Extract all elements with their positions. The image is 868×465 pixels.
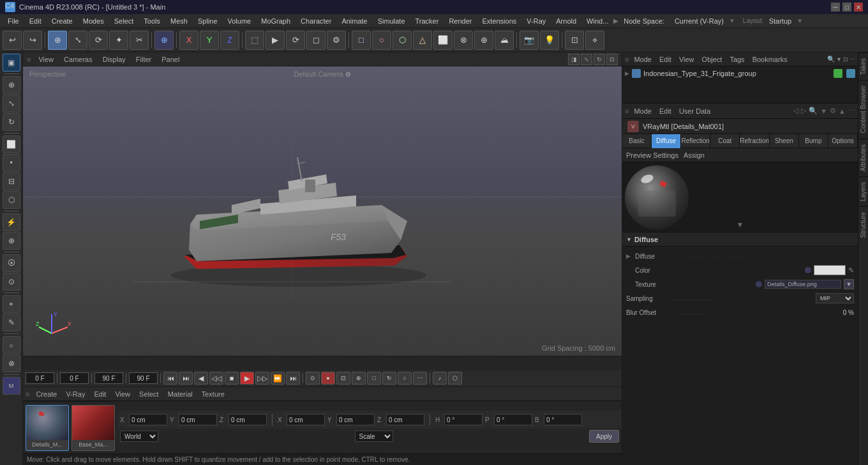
om-filter-icon[interactable]: ▼ [836,56,842,63]
plane-button[interactable]: ⬜ [433,31,453,50]
light-tb-button[interactable]: 💡 [540,31,559,50]
maximize-button[interactable]: □ [842,3,851,11]
close-button[interactable]: ✕ [854,3,863,11]
attr-settings-icon[interactable]: ⚙ [830,107,836,115]
om-menu-icon[interactable]: ≡ [625,56,629,63]
vh-filter-button[interactable]: Filter [133,55,154,64]
om-item-frigate[interactable]: ▶ Indonesian_Type_31_Frigate_group [625,68,855,79]
transport-btn3[interactable]: ⊡ [336,372,350,385]
menu-mesh[interactable]: Mesh [165,16,193,26]
transport-btn5[interactable]: □ [367,372,381,385]
side-tab-takes[interactable]: Takes [858,52,868,80]
transport-btn7[interactable]: ○ [398,372,412,385]
prev-frame-button[interactable]: ◀ [194,372,208,385]
texture-browse-btn[interactable]: ▼ [844,279,854,289]
side-tab-layers[interactable]: Layers [858,176,868,206]
menu-vray[interactable]: V-Ray [521,16,551,26]
settings-tb-button[interactable]: ⚙ [327,31,346,50]
menu-create[interactable]: Create [47,16,78,26]
attr-userdata-btn[interactable]: User Data [677,107,714,116]
current-renderer[interactable]: Current (V-Ray) [670,16,729,26]
menu-character[interactable]: Character [296,16,336,26]
measure-lt-button[interactable]: ⌖ [3,295,20,313]
cube-button[interactable]: □ [352,31,371,50]
menu-modes[interactable]: Modes [78,16,109,26]
menu-edit[interactable]: Edit [24,16,47,26]
om-visibility-dot[interactable] [834,69,842,78]
coord-sx-input[interactable] [287,414,325,425]
layout-value[interactable]: Startup [764,16,797,26]
object-lt-button[interactable]: ⬜ [3,135,20,153]
mat-view-btn[interactable]: View [112,390,133,399]
smooth-lt-button[interactable]: ⊗ [3,354,20,372]
mat-tab-bump[interactable]: Bump [799,134,828,148]
layout-dropdown-icon[interactable]: ▼ [797,17,803,24]
coord-sz-input[interactable] [386,414,424,425]
z-axis-button[interactable]: Z [220,31,239,50]
mat-select-btn[interactable]: Select [137,390,161,399]
scale-tool-button[interactable]: ⤡ [68,31,87,50]
coord-sy-input[interactable] [336,414,375,425]
mat-tab-reflection[interactable]: Reflection [681,134,710,148]
om-nav-icon[interactable]: ⊡ [843,56,848,63]
mat-create-btn[interactable]: Create [33,390,59,399]
goto-end-button[interactable]: ⏭ [286,372,300,385]
timeline-ruler[interactable] [23,356,622,370]
minimize-button[interactable]: ─ [831,3,840,11]
menu-mograph[interactable]: MoGraph [256,16,296,26]
bake-lt-button[interactable]: ⬦ [3,336,20,354]
knife-lt-button[interactable]: ⚡ [3,213,20,231]
transport-btn2[interactable]: ● [321,372,335,385]
coord-z-input[interactable] [228,414,267,425]
redo-button[interactable]: ↪ [23,31,42,50]
x-axis-button[interactable]: X [179,31,198,50]
annotation-lt-button[interactable]: ✎ [3,314,20,332]
attr-mode-btn[interactable]: Mode [631,107,654,116]
rotate-tool-button[interactable]: ⟳ [89,31,108,50]
viewport-mode-btn4[interactable]: ⊡ [606,54,618,65]
play-button[interactable]: ▶ [240,372,254,385]
transport-btn1[interactable]: ⊙ [306,372,320,385]
frame-end-input[interactable] [94,372,123,384]
vh-cameras-button[interactable]: Cameras [61,55,95,64]
cone-button[interactable]: △ [413,31,432,50]
color-edit-icon[interactable]: ✎ [848,266,854,275]
audio-btn[interactable]: ♪ [433,372,447,385]
menu-spline[interactable]: Spline [193,16,223,26]
preview-settings-label[interactable]: Preview Settings [626,151,678,159]
render-tb-button[interactable]: ◻ [306,31,326,50]
mat-tab-refraction[interactable]: Refraction [740,134,770,148]
mat-material-btn[interactable]: Material [165,390,195,399]
prev-keyframe-button[interactable]: ⏭ [179,372,193,385]
coord-system-select[interactable]: World [120,431,158,442]
attr-up-icon[interactable]: ▲ [839,107,846,115]
landscape-button[interactable]: ⛰ [495,31,514,50]
viewport-mode-btn2[interactable]: ⤡ [581,54,592,65]
viewport-menu-icon[interactable]: ≡ [27,56,31,63]
move-lt-button[interactable]: ⊕ [3,76,20,94]
rotate-lt-button[interactable]: ↻ [3,113,20,131]
side-tab-attributes[interactable]: Attributes [858,139,868,176]
stop-button[interactable]: ■ [225,372,239,385]
om-more-icon[interactable]: ⋯ [849,56,855,63]
vh-view-button[interactable]: View [36,55,56,64]
play-reverse-button[interactable]: ◁◁ [209,372,223,385]
om-view-btn[interactable]: View [677,55,697,64]
transform-button[interactable]: ✦ [109,31,128,50]
coord-b-input[interactable] [544,414,582,425]
camera-tb-button[interactable]: 📷 [520,31,539,50]
viewport-mode-btn1[interactable]: ◨ [568,54,580,65]
mat-thumb-details[interactable]: Details_M... [26,405,69,451]
point-lt-button[interactable]: • [3,154,20,172]
viewport-mode-btn3[interactable]: ↻ [594,54,605,65]
color-swatch[interactable] [814,265,846,275]
cylinder-button[interactable]: ⬡ [393,31,412,50]
menu-tracker[interactable]: Tracker [410,16,444,26]
snap-button[interactable]: ⊡ [565,31,584,50]
next-keyframe-button[interactable]: ⏩ [271,372,285,385]
snap2-button[interactable]: ⋄ [585,31,604,50]
scale-lt-button[interactable]: ⤡ [3,95,20,112]
menu-simulate[interactable]: Simulate [373,16,410,26]
color-connector[interactable] [805,267,811,273]
undo-button[interactable]: ↩ [3,31,22,50]
